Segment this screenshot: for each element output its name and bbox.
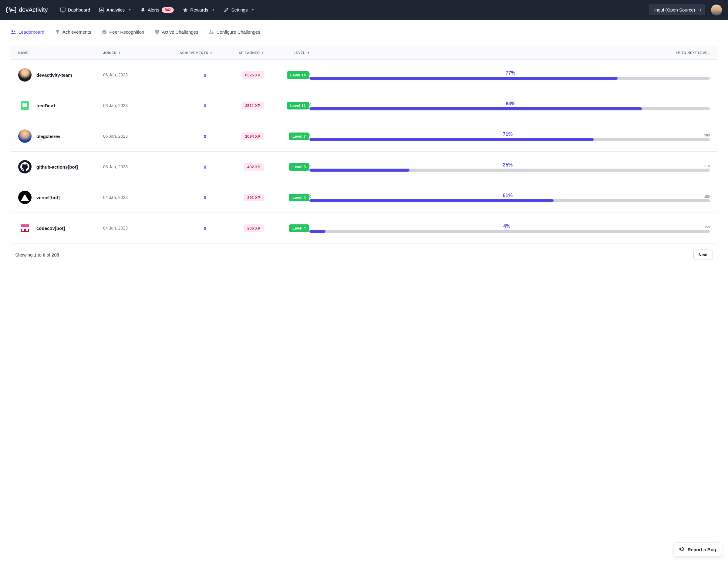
progress-bar bbox=[309, 77, 710, 80]
svg-point-6 bbox=[12, 30, 13, 32]
nav-rewards-label: Rewards bbox=[190, 7, 208, 12]
cell-progress: 0 83% bbox=[309, 101, 710, 110]
th-joined[interactable]: JOINED▲▼ bbox=[103, 51, 152, 55]
progress-bar bbox=[309, 138, 710, 141]
nav-alerts[interactable]: Alerts 542 bbox=[140, 7, 174, 13]
cell-name: IrenDev1 bbox=[18, 99, 103, 112]
xp-badge: 291 XP bbox=[244, 194, 264, 201]
progress-fill bbox=[309, 230, 325, 233]
cell-xp: 3511 XP bbox=[212, 102, 264, 110]
tools-icon bbox=[224, 8, 229, 12]
sliders-icon bbox=[209, 30, 214, 34]
cell-achievements: 0 bbox=[152, 195, 212, 200]
project-selector[interactable]: lingui (Open Source) ▲▼ bbox=[649, 5, 705, 15]
th-achievements[interactable]: ACHIEVEMENTS▲▼ bbox=[152, 51, 212, 55]
next-button[interactable]: Next bbox=[693, 250, 713, 260]
tab-configure-challenges[interactable]: Configure Challenges bbox=[209, 25, 260, 40]
progress-fill bbox=[309, 77, 618, 80]
progress-percent: 83% bbox=[506, 101, 515, 106]
progress-start: 0 bbox=[309, 72, 311, 76]
level-badge: Level 4 bbox=[289, 194, 309, 201]
user-name[interactable]: devactivity-team bbox=[36, 73, 72, 78]
user-avatar[interactable] bbox=[18, 99, 32, 112]
user-avatar[interactable] bbox=[711, 5, 722, 15]
svg-rect-16 bbox=[21, 225, 29, 227]
user-avatar[interactable] bbox=[18, 191, 32, 204]
nav-dashboard[interactable]: Dashboard bbox=[60, 7, 90, 12]
tab-active-label: Active Challenges bbox=[162, 29, 198, 35]
progress-percent: 77% bbox=[506, 70, 515, 76]
th-name[interactable]: NAME bbox=[18, 51, 103, 55]
tab-peer-recognition[interactable]: Peer Recognition bbox=[102, 25, 144, 40]
xp-badge: 6526 XP bbox=[241, 71, 264, 79]
xp-badge: 206 XP bbox=[244, 225, 264, 232]
user-avatar[interactable] bbox=[18, 130, 32, 143]
progress-bar bbox=[309, 199, 710, 202]
tab-leaderboard[interactable]: Leaderboard bbox=[11, 25, 44, 40]
nav-rewards[interactable]: Rewards ▼ bbox=[183, 7, 215, 12]
cell-name: codecov[bot] bbox=[18, 221, 103, 235]
progress-bar bbox=[309, 107, 710, 110]
tab-active-challenges[interactable]: Active Challenges bbox=[155, 25, 198, 40]
svg-rect-2 bbox=[100, 10, 101, 11]
table-row: olegcherev 06 Jan, 2023 0 1094 XP Level … bbox=[11, 121, 717, 151]
svg-rect-0 bbox=[60, 8, 65, 11]
svg-rect-4 bbox=[102, 10, 103, 11]
table-row: codecov[bot] 04 Jan, 2023 0 206 XP Level… bbox=[11, 213, 717, 243]
cell-achievements: 0 bbox=[152, 103, 212, 108]
th-xp[interactable]: XP EARNED▲▼ bbox=[212, 51, 264, 55]
pagination: Showing 1 to 6 of 205 Next bbox=[0, 244, 728, 269]
nav-right: lingui (Open Source) ▲▼ bbox=[649, 5, 722, 15]
progress-fill bbox=[309, 199, 554, 202]
user-avatar[interactable] bbox=[18, 160, 32, 174]
svg-rect-13 bbox=[22, 103, 27, 107]
svg-rect-15 bbox=[25, 107, 27, 109]
user-name[interactable]: codecov[bot] bbox=[36, 226, 65, 231]
user-name[interactable]: github-actions[bot] bbox=[36, 164, 78, 170]
cell-xp: 1094 XP bbox=[212, 133, 264, 140]
svg-rect-18 bbox=[22, 228, 24, 231]
table-row: devactivity-team 06 Jan, 2023 0 6526 XP … bbox=[11, 60, 717, 90]
cell-joined: 04 Jan, 2023 bbox=[103, 226, 152, 231]
svg-rect-19 bbox=[26, 228, 28, 231]
nav-dashboard-label: Dashboard bbox=[68, 7, 90, 12]
cell-level: Level 4 bbox=[264, 225, 309, 232]
progress-start: 0 bbox=[309, 164, 311, 168]
th-level[interactable]: LEVEL▲▼ bbox=[264, 51, 309, 55]
cell-joined: 06 Jan, 2023 bbox=[103, 164, 152, 169]
rewards-tabs: Leaderboard Achievements Peer Recognitio… bbox=[0, 25, 728, 40]
user-avatar[interactable] bbox=[18, 221, 32, 235]
tab-peer-label: Peer Recognition bbox=[109, 29, 144, 35]
leaderboard-table: NAME JOINED▲▼ ACHIEVEMENTS▲▼ XP EARNED▲▼… bbox=[11, 46, 717, 244]
brand-logo[interactable]: devActivity bbox=[6, 6, 48, 14]
cell-achievements: 0 bbox=[152, 226, 212, 231]
level-badge: Level 4 bbox=[289, 225, 309, 232]
bell-icon bbox=[140, 8, 145, 12]
nav-settings-label: Settings bbox=[231, 7, 248, 12]
progress-start: 0 bbox=[309, 103, 311, 106]
tab-achievements[interactable]: Achievements bbox=[55, 25, 91, 40]
svg-rect-14 bbox=[23, 107, 24, 109]
chevron-down-icon: ▼ bbox=[251, 8, 254, 12]
xp-badge: 1094 XP bbox=[241, 133, 264, 140]
user-avatar[interactable] bbox=[18, 68, 32, 82]
progress-bar bbox=[309, 169, 710, 172]
user-name[interactable]: vercel[bot] bbox=[36, 195, 60, 200]
badge-check-icon bbox=[102, 30, 107, 35]
level-badge: Level 11 bbox=[287, 102, 309, 110]
user-name[interactable]: IrenDev1 bbox=[36, 103, 56, 108]
table-row: github-actions[bot] 06 Jan, 2023 0 402 X… bbox=[11, 151, 717, 182]
cell-achievements: 0 bbox=[152, 134, 212, 139]
cell-level: Level 5 bbox=[264, 163, 309, 171]
shield-icon bbox=[155, 30, 159, 35]
nav-settings[interactable]: Settings ▼ bbox=[224, 7, 254, 12]
cell-progress: 0 61% 150 bbox=[309, 193, 710, 202]
top-navigation: devActivity Dashboard Analytics ▼ Alerts… bbox=[0, 0, 728, 20]
nav-analytics[interactable]: Analytics ▼ bbox=[99, 7, 131, 12]
user-name[interactable]: olegcherev bbox=[36, 134, 60, 139]
cell-name: devactivity-team bbox=[18, 68, 103, 82]
progress-end: 150 bbox=[704, 195, 710, 198]
cell-level: Level 11 bbox=[264, 102, 309, 110]
progress-fill bbox=[309, 138, 594, 141]
cell-xp: 6526 XP bbox=[212, 71, 264, 79]
